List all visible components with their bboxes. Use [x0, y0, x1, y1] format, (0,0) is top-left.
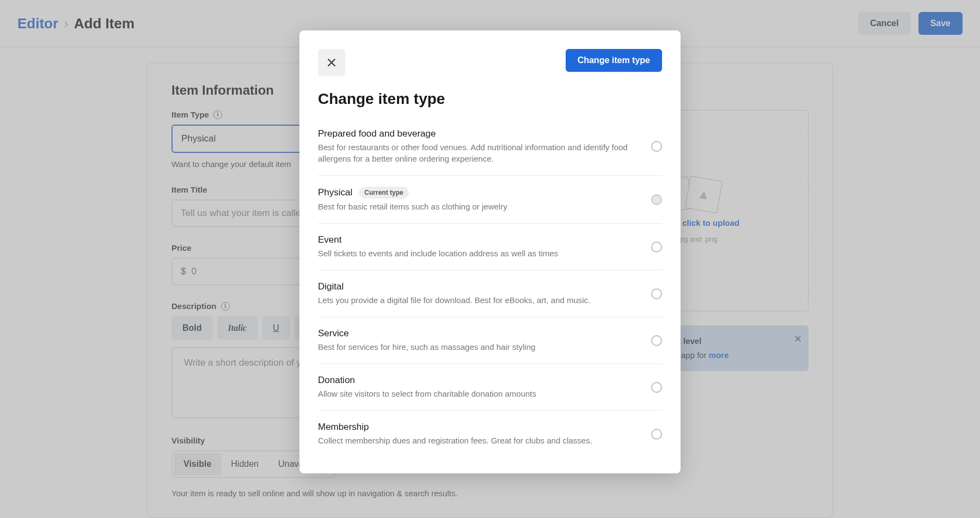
- radio-icon[interactable]: [651, 194, 662, 205]
- close-icon: [327, 58, 336, 67]
- item-type-option-membership[interactable]: MembershipCollect membership dues and re…: [318, 411, 662, 457]
- item-type-name-text: Service: [318, 328, 349, 339]
- item-type-name-text: Digital: [318, 281, 344, 292]
- item-type-info: MembershipCollect membership dues and re…: [318, 422, 640, 446]
- radio-icon[interactable]: [651, 335, 662, 346]
- current-type-badge: Current type: [359, 187, 408, 199]
- item-type-option-digital[interactable]: DigitalLets you provide a digital file f…: [318, 270, 662, 317]
- item-type-info: Prepared food and beverageBest for resta…: [318, 128, 640, 164]
- item-type-name: Prepared food and beverage: [318, 128, 640, 139]
- change-item-type-button[interactable]: Change item type: [566, 49, 662, 72]
- item-type-name-text: Event: [318, 235, 341, 245]
- item-type-info: EventSell tickets to events and include …: [318, 235, 640, 259]
- item-type-option-service[interactable]: ServiceBest for services for hire, such …: [318, 317, 662, 364]
- item-type-name-text: Donation: [318, 375, 355, 386]
- radio-icon[interactable]: [651, 429, 662, 440]
- item-type-name: PhysicalCurrent type: [318, 187, 640, 199]
- item-type-name-text: Prepared food and beverage: [318, 128, 436, 139]
- item-type-desc: Allow site visitors to select from chari…: [318, 388, 640, 399]
- item-type-info: ServiceBest for services for hire, such …: [318, 328, 640, 353]
- item-type-info: DonationAllow site visitors to select fr…: [318, 375, 640, 399]
- change-item-type-modal: Change item type Change item type Prepar…: [299, 30, 681, 473]
- radio-icon[interactable]: [651, 288, 662, 299]
- item-type-desc: Lets you provide a digital file for down…: [318, 294, 640, 306]
- radio-icon[interactable]: [651, 141, 662, 152]
- item-type-name-text: Membership: [318, 422, 369, 433]
- item-type-option-physical[interactable]: PhysicalCurrent typeBest for basic retai…: [318, 176, 662, 224]
- item-type-option-donation[interactable]: DonationAllow site visitors to select fr…: [318, 364, 662, 411]
- item-type-desc: Best for basic retail items such as clot…: [318, 201, 640, 212]
- item-type-info: DigitalLets you provide a digital file f…: [318, 281, 640, 306]
- item-type-name: Event: [318, 235, 640, 245]
- item-type-desc: Best for restaurants or other food venue…: [318, 141, 640, 164]
- radio-icon[interactable]: [651, 242, 662, 252]
- modal-overlay[interactable]: Change item type Change item type Prepar…: [0, 0, 980, 518]
- item-type-desc: Best for services for hire, such as mass…: [318, 341, 640, 353]
- modal-title: Change item type: [318, 90, 662, 108]
- item-type-name: Service: [318, 328, 640, 339]
- close-modal-button[interactable]: [318, 49, 345, 76]
- item-type-name: Digital: [318, 281, 640, 292]
- item-type-desc: Sell tickets to events and include locat…: [318, 248, 640, 259]
- item-type-name: Donation: [318, 375, 640, 386]
- item-type-info: PhysicalCurrent typeBest for basic retai…: [318, 187, 640, 212]
- item-type-desc: Collect membership dues and registration…: [318, 435, 640, 446]
- item-type-name: Membership: [318, 422, 640, 433]
- radio-icon[interactable]: [651, 382, 662, 393]
- item-type-option-event[interactable]: EventSell tickets to events and include …: [318, 224, 662, 270]
- item-type-option-prepared-food[interactable]: Prepared food and beverageBest for resta…: [318, 118, 662, 176]
- item-type-list: Prepared food and beverageBest for resta…: [318, 118, 662, 457]
- item-type-name-text: Physical: [318, 187, 352, 198]
